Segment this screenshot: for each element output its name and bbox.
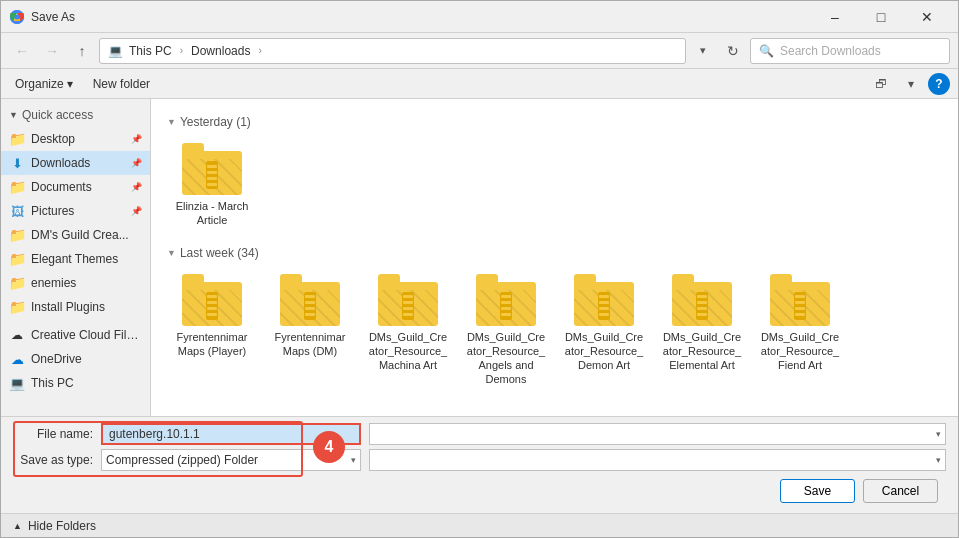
address-this-pc[interactable]: This PC <box>129 44 172 58</box>
cancel-button[interactable]: Cancel <box>863 479 938 503</box>
sidebar-item-pictures[interactable]: 🖼 Pictures 📌 <box>1 199 150 223</box>
organize-chevron-icon: ▾ <box>67 77 73 91</box>
sidebar-item-enemies[interactable]: 📁 enemies <box>1 271 150 295</box>
zip-folder-icon <box>182 274 242 326</box>
sidebar-item-enemies-label: enemies <box>31 276 142 290</box>
quick-access-label: Quick access <box>22 108 93 122</box>
svg-point-5 <box>15 14 20 19</box>
maximize-button[interactable]: □ <box>858 1 904 33</box>
save-as-type-label: Save as type: <box>13 453 93 467</box>
file-name: DMs_Guild_Creator_Resource_Demon Art <box>563 330 645 373</box>
organize-button[interactable]: Organize ▾ <box>9 73 79 95</box>
sidebar-item-creative-cloud[interactable]: ☁ Creative Cloud File... <box>1 323 150 347</box>
list-item[interactable]: Fyrentennimar Maps (DM) <box>265 268 355 393</box>
documents-icon: 📁 <box>9 179 25 195</box>
yesterday-label: Yesterday (1) <box>180 115 251 129</box>
address-downloads[interactable]: Downloads <box>191 44 250 58</box>
save-as-dialog: Save As – □ ✕ ← → ↑ 💻 This PC › Download… <box>0 0 959 538</box>
list-item[interactable]: DMs_Guild_Creator_Resource_Machina Art <box>363 268 453 393</box>
zip-folder-icon <box>280 274 340 326</box>
sidebar-item-downloads[interactable]: ⬇ Downloads 📌 <box>1 151 150 175</box>
minimize-button[interactable]: – <box>812 1 858 33</box>
sidebar-item-dms-guild[interactable]: 📁 DM's Guild Crea... <box>1 223 150 247</box>
downloads-pin-icon: 📌 <box>131 158 142 168</box>
zip-folder-icon <box>672 274 732 326</box>
bottom-actions: Save Cancel <box>13 475 946 507</box>
pictures-icon: 🖼 <box>9 203 25 219</box>
sidebar-item-onedrive-label: OneDrive <box>31 352 142 366</box>
close-button[interactable]: ✕ <box>904 1 950 33</box>
elegant-themes-icon: 📁 <box>9 251 25 267</box>
sidebar-item-desktop-label: Desktop <box>31 132 125 146</box>
yesterday-file-grid: Elinzia - March Article <box>167 137 942 234</box>
save-as-type-value: Compressed (zipped) Folder <box>106 453 258 467</box>
file-area: ▼ Yesterday (1) <box>151 99 958 416</box>
sidebar: ▼ Quick access 📁 Desktop 📌 ⬇ Downloads 📌… <box>1 99 151 416</box>
view-dropdown-button[interactable]: ▾ <box>898 73 924 95</box>
file-name: DMs_Guild_Creator_Resource_Machina Art <box>367 330 449 373</box>
zip-folder-icon <box>574 274 634 326</box>
list-item[interactable]: Fyrentennimar Maps (Player) <box>167 268 257 393</box>
title-bar: Save As – □ ✕ <box>1 1 958 33</box>
list-item[interactable]: DMs_Guild_Creator_Resource_Fiend Art <box>755 268 845 393</box>
list-item[interactable]: DMs_Guild_Creator_Resource_Elemental Art <box>657 268 747 393</box>
hide-folders-bar[interactable]: ▲ Hide Folders <box>1 513 958 537</box>
zip-folder-icon <box>378 274 438 326</box>
address-arrow1: › <box>180 45 183 56</box>
sidebar-item-install-plugins[interactable]: 📁 Install Plugins <box>1 295 150 319</box>
sidebar-item-documents-label: Documents <box>31 180 125 194</box>
file-name: Elinzia - March Article <box>171 199 253 228</box>
window-controls: – □ ✕ <box>812 1 950 33</box>
sidebar-item-install-plugins-label: Install Plugins <box>31 300 142 314</box>
creative-cloud-icon: ☁ <box>9 327 25 343</box>
yesterday-chevron-icon: ▼ <box>167 117 176 127</box>
file-name: DMs_Guild_Creator_Resource_Fiend Art <box>759 330 841 373</box>
sidebar-item-desktop[interactable]: 📁 Desktop 📌 <box>1 127 150 151</box>
address-toolbar: ← → ↑ 💻 This PC › Downloads › ▾ ↻ 🔍 Sear… <box>1 33 958 69</box>
search-bar[interactable]: 🔍 Search Downloads <box>750 38 950 64</box>
file-name-label: File name: <box>13 427 93 441</box>
address-arrow2: › <box>258 45 261 56</box>
lastweek-label: Last week (34) <box>180 246 259 260</box>
back-button[interactable]: ← <box>9 38 35 64</box>
quick-access-chevron-icon: ▼ <box>9 110 18 120</box>
install-plugins-icon: 📁 <box>9 299 25 315</box>
address-pc-icon: 💻 <box>108 44 123 58</box>
file-name: DMs_Guild_Creator_Resource_Elemental Art <box>661 330 743 373</box>
step-4-badge: 4 <box>313 431 345 463</box>
view-button[interactable]: 🗗 <box>868 73 894 95</box>
list-item[interactable]: Elinzia - March Article <box>167 137 257 234</box>
desktop-icon: 📁 <box>9 131 25 147</box>
help-button[interactable]: ? <box>928 73 950 95</box>
list-item[interactable]: DMs_Guild_Creator_Resource_Demon Art <box>559 268 649 393</box>
pictures-pin-icon: 📌 <box>131 206 142 216</box>
save-as-type-row: Save as type: Compressed (zipped) Folder… <box>13 449 946 471</box>
dms-guild-icon: 📁 <box>9 227 25 243</box>
address-dropdown-button[interactable]: ▾ <box>690 38 716 64</box>
sidebar-item-documents[interactable]: 📁 Documents 📌 <box>1 175 150 199</box>
app-icon <box>9 9 25 25</box>
forward-button[interactable]: → <box>39 38 65 64</box>
refresh-button[interactable]: ↻ <box>720 38 746 64</box>
organize-label: Organize <box>15 77 64 91</box>
sidebar-item-elegant-themes-label: Elegant Themes <box>31 252 142 266</box>
zip-folder-icon <box>182 143 242 195</box>
new-folder-button[interactable]: New folder <box>87 73 156 95</box>
quick-access-header[interactable]: ▼ Quick access <box>1 103 150 127</box>
sidebar-item-this-pc-label: This PC <box>31 376 142 390</box>
file-name-row: File name: ▾ <box>13 423 946 445</box>
new-folder-label: New folder <box>93 77 150 91</box>
list-item[interactable]: DMs_Guild_Creator_Resource_Angels and De… <box>461 268 551 393</box>
sidebar-item-this-pc[interactable]: 💻 This PC <box>1 371 150 395</box>
up-button[interactable]: ↑ <box>69 38 95 64</box>
yesterday-group-header[interactable]: ▼ Yesterday (1) <box>167 115 942 129</box>
sidebar-item-onedrive[interactable]: ☁ OneDrive <box>1 347 150 371</box>
documents-pin-icon: 📌 <box>131 182 142 192</box>
save-button[interactable]: Save <box>780 479 855 503</box>
lastweek-group-header[interactable]: ▼ Last week (34) <box>167 246 942 260</box>
sidebar-item-dms-guild-label: DM's Guild Crea... <box>31 228 142 242</box>
command-toolbar: Organize ▾ New folder 🗗 ▾ ? <box>1 69 958 99</box>
address-bar[interactable]: 💻 This PC › Downloads › <box>99 38 686 64</box>
file-name: Fyrentennimar Maps (Player) <box>171 330 253 359</box>
sidebar-item-elegant-themes[interactable]: 📁 Elegant Themes <box>1 247 150 271</box>
